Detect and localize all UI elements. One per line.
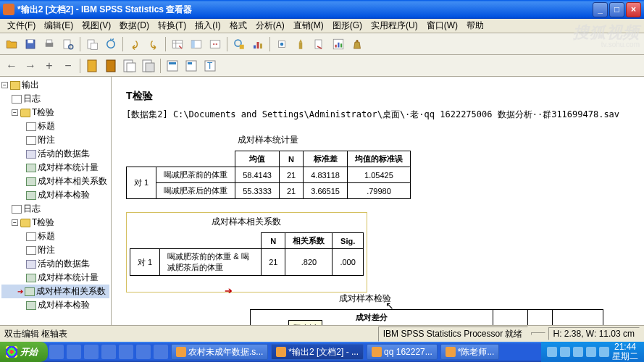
menu-graphs[interactable]: 图形(G) (328, 18, 367, 33)
task-item-4[interactable]: *陈老师... (440, 344, 500, 360)
paired-statistics-table[interactable]: 成对样本统计量 均值N标准差均值的标准误 对 1喝减肥茶前的体重58.41432… (126, 134, 411, 212)
tree-ttest1[interactable]: −T检验 (1, 106, 109, 119)
insert-chart-button[interactable] (249, 35, 267, 53)
app-icon (276, 347, 286, 357)
menu-help[interactable]: 帮助 (462, 18, 488, 33)
demote-button[interactable]: − (59, 57, 77, 75)
table-caption: 成对样本统计量 (126, 134, 411, 146)
promote-button[interactable]: + (41, 57, 58, 75)
goto-data-button[interactable] (169, 35, 186, 53)
selected-output-box[interactable]: 成对样本相关系数 N相关系数Sig. 对 1喝减肥茶前的体重 & 喝减肥茶后的体… (126, 212, 367, 292)
print-preview-button[interactable] (59, 35, 77, 53)
tree-test1[interactable]: 成对样本检验 (1, 188, 109, 202)
activate-tooltip: 双击以 激活 (288, 320, 322, 325)
variables-button[interactable] (206, 35, 224, 53)
tray-icon[interactable] (560, 347, 570, 357)
tray-icon[interactable] (599, 347, 609, 357)
tree-stats2[interactable]: 成对样本统计量 (1, 271, 109, 285)
menu-edit[interactable]: 编辑(E) (40, 18, 78, 33)
expand-button[interactable] (83, 57, 101, 75)
maximize-button[interactable]: □ (609, 2, 624, 17)
tree-log2[interactable]: 日志 (1, 202, 109, 216)
title-icon (26, 232, 36, 241)
paired-test-table[interactable]: 成对样本检验 成对差分tdfSig.(双侧) 均值标准差均值的标准误差分的 95… (126, 292, 603, 325)
collapse-icon[interactable]: − (1, 82, 8, 88)
statusbar: 双击编辑 枢轴表 IBM SPSS Statistics Processor 就… (0, 325, 644, 342)
redo-button[interactable] (145, 35, 162, 53)
forward-button[interactable]: → (22, 57, 39, 75)
insert-text-button[interactable]: T (201, 57, 219, 75)
show-hide-button[interactable] (273, 35, 290, 53)
tree-log1[interactable]: 日志 (1, 92, 109, 106)
app-icon (446, 347, 456, 357)
tree-root[interactable]: −输出 (1, 78, 109, 92)
collapse-icon[interactable]: − (12, 109, 18, 116)
tree-note2[interactable]: 附注 (1, 243, 109, 257)
tree-test2[interactable]: 成对样本检验 (1, 298, 109, 312)
run-script-button[interactable] (311, 35, 328, 53)
minimize-button[interactable]: _ (593, 2, 608, 17)
insert-title-button[interactable] (183, 57, 200, 75)
menu-file[interactable]: 文件(F) (3, 18, 40, 33)
quicklaunch-1[interactable] (49, 345, 64, 359)
tree-stats1[interactable]: 成对样本统计量 (1, 161, 109, 174)
quicklaunch-3[interactable] (84, 345, 99, 359)
undo-button[interactable] (126, 35, 143, 53)
designate-window-button[interactable] (292, 35, 309, 53)
menu-direct[interactable]: 直销(M) (289, 18, 328, 33)
system-tray[interactable]: 21:44星期二 (541, 342, 644, 362)
menubar: 文件(F) 编辑(E) 视图(V) 数据(D) 转换(T) 插入(I) 格式 分… (0, 19, 644, 33)
save-button[interactable] (22, 35, 39, 53)
hide-button[interactable] (140, 57, 157, 75)
collapse-icon[interactable]: − (12, 219, 18, 226)
menu-data[interactable]: 数据(D) (115, 18, 154, 33)
start-button[interactable]: 开始 (0, 342, 48, 362)
tree-ttest2[interactable]: −T检验 (1, 216, 109, 230)
quicklaunch-2[interactable] (67, 345, 81, 359)
tree-active1[interactable]: 活动的数据集 (1, 147, 109, 161)
tree-corr1[interactable]: 成对样本相关系数 (1, 174, 109, 188)
quicklaunch-6[interactable] (136, 345, 151, 359)
create-chart-button[interactable] (330, 35, 347, 53)
export-button[interactable] (83, 35, 101, 53)
insert-heading-button[interactable] (164, 57, 181, 75)
outline-tree[interactable]: −输出 日志 −T检验 标题 附注 活动的数据集 成对样本统计量 成对样本相关系… (0, 77, 112, 325)
tree-note1[interactable]: 附注 (1, 133, 109, 147)
taskbar-clock[interactable]: 21:44星期二 (612, 342, 638, 361)
note-icon (26, 136, 36, 145)
tray-icon[interactable] (573, 347, 583, 357)
quicklaunch-5[interactable] (119, 345, 133, 359)
select-cases-button[interactable] (230, 35, 248, 53)
task-item-3[interactable]: qq 162227... (367, 344, 438, 360)
task-item-1[interactable]: 农村未成年数据.s... (171, 344, 268, 360)
menu-transform[interactable]: 转换(T) (154, 18, 191, 33)
tree-title1[interactable]: 标题 (1, 119, 109, 133)
tree-corr2-selected[interactable]: ➔成对样本相关系数 (1, 285, 109, 298)
tray-icon[interactable] (586, 347, 596, 357)
menu-utilities[interactable]: 实用程序(U) (367, 18, 422, 33)
open-button[interactable] (3, 35, 20, 53)
tree-active2[interactable]: 活动的数据集 (1, 257, 109, 271)
paired-correlations-table[interactable]: 成对样本相关系数 N相关系数Sig. 对 1喝减肥茶前的体重 & 喝减肥茶后的体… (130, 216, 364, 289)
weight-cases-button[interactable] (348, 35, 366, 53)
task-item-2-active[interactable]: *输出2 [文档2] - ... (271, 344, 364, 360)
show-button[interactable] (121, 57, 138, 75)
quicklaunch-7[interactable] (154, 345, 168, 359)
menu-analyze[interactable]: 分析(A) (251, 18, 289, 33)
recall-button[interactable] (102, 35, 120, 53)
menu-window[interactable]: 窗口(W) (422, 18, 462, 33)
menu-insert[interactable]: 插入(I) (191, 18, 225, 33)
output-viewer[interactable]: T检验 [数据集2] C:\Documents and Settings\Adm… (112, 77, 644, 325)
close-button[interactable]: × (626, 2, 641, 17)
menu-format[interactable]: 格式 (225, 18, 251, 33)
collapse-button[interactable] (102, 57, 120, 75)
menu-view[interactable]: 视图(V) (78, 18, 115, 33)
tray-icon[interactable] (547, 347, 557, 357)
goto-variable-button[interactable] (188, 35, 205, 53)
back-button[interactable]: ← (3, 57, 20, 75)
tree-title2[interactable]: 标题 (1, 230, 109, 243)
svg-rect-28 (106, 60, 115, 72)
svg-text:T: T (207, 61, 213, 71)
print-button[interactable] (41, 35, 58, 53)
quicklaunch-4[interactable] (101, 345, 116, 359)
